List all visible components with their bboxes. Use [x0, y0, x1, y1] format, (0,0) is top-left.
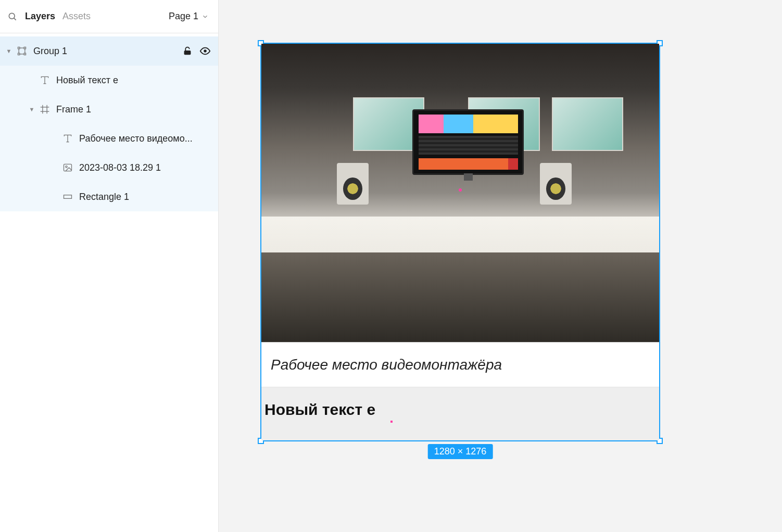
- text-layer-icon: [39, 74, 51, 86]
- caption-bar[interactable]: Рабочее место видеомонтажёра: [261, 343, 659, 387]
- layers-panel: Layers Assets Page 1 ▼Group 1Новый текст…: [0, 0, 219, 532]
- group-layer-icon: [16, 45, 28, 57]
- svg-point-21: [66, 166, 67, 168]
- layer-row[interactable]: ▼Group 1: [0, 36, 218, 66]
- frame-layer-icon: [39, 103, 51, 116]
- selection-frame[interactable]: Рабочее место видеомонтажёра Новый текст…: [260, 43, 660, 441]
- image-layer-icon: [61, 161, 74, 174]
- svg-rect-4: [18, 53, 20, 55]
- page-selector[interactable]: Page 1: [169, 11, 209, 22]
- group-content: Рабочее место видеомонтажёра Новый текст…: [261, 44, 659, 440]
- selection-dimensions-badge: 1280 × 1276: [428, 444, 493, 459]
- canvas[interactable]: Рабочее место видеомонтажёра Новый текст…: [219, 0, 782, 532]
- page-selector-label: Page 1: [169, 11, 198, 22]
- layer-label: Новый текст е: [56, 75, 211, 86]
- layer-row[interactable]: Рабочее место видеомо...: [0, 124, 218, 153]
- svg-rect-10: [184, 50, 191, 55]
- chevron-down-icon: [201, 13, 209, 20]
- svg-point-0: [9, 13, 15, 19]
- search-icon[interactable]: [7, 11, 18, 22]
- layer-row[interactable]: 2023-08-03 18.29 1: [0, 153, 218, 182]
- panel-tabs: Layers Assets Page 1: [0, 0, 218, 33]
- layer-row[interactable]: ▼Frame 1: [0, 95, 218, 124]
- visibility-eye-icon[interactable]: [199, 45, 211, 57]
- layer-label: 2023-08-03 18.29 1: [79, 162, 211, 173]
- tab-layers[interactable]: Layers: [25, 11, 55, 22]
- layer-tree: ▼Group 1Новый текст е▼Frame 1Рабочее мес…: [0, 33, 218, 532]
- rect-layer-icon: [61, 191, 74, 203]
- layer-row[interactable]: Новый текст е: [0, 66, 218, 95]
- unlock-icon[interactable]: [182, 45, 193, 57]
- text-layer-icon: [61, 132, 74, 145]
- layer-row[interactable]: Rectangle 1: [0, 182, 218, 211]
- svg-rect-22: [64, 195, 72, 199]
- layer-row-actions: [182, 45, 211, 57]
- svg-point-11: [204, 49, 207, 53]
- anchor-dot-icon: [390, 421, 393, 423]
- caption-text: Рабочее место видеомонтажёра: [271, 357, 502, 373]
- svg-line-1: [14, 18, 16, 20]
- layer-label: Frame 1: [56, 104, 211, 115]
- tab-assets[interactable]: Assets: [62, 11, 91, 22]
- svg-rect-2: [18, 47, 20, 49]
- expand-arrow-icon[interactable]: ▼: [28, 106, 35, 112]
- svg-rect-5: [24, 53, 26, 55]
- svg-rect-20: [64, 164, 72, 171]
- layer-label: Group 1: [33, 46, 182, 57]
- text-layer-content: Новый текст е: [264, 400, 395, 420]
- layer-label: Рабочее место видеомо...: [79, 133, 211, 144]
- svg-rect-3: [24, 47, 26, 49]
- text-layer[interactable]: Новый текст е: [261, 387, 659, 440]
- canvas-image[interactable]: [261, 44, 659, 343]
- layer-label: Rectangle 1: [79, 192, 211, 202]
- expand-arrow-icon[interactable]: ▼: [5, 48, 12, 54]
